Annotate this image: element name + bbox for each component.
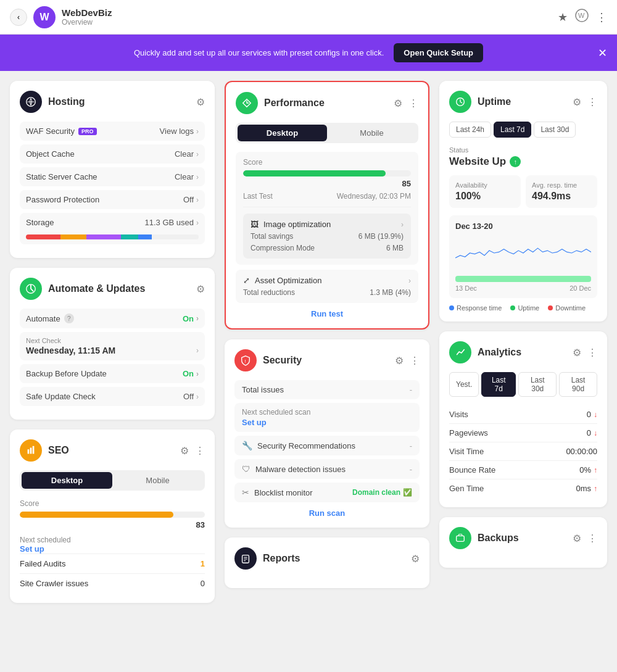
automate-label: Automate ? bbox=[26, 313, 74, 323]
analytics-gear-icon[interactable]: ⚙ bbox=[573, 347, 581, 359]
asset-opt-header: ⤢ Asset Optimization › bbox=[243, 276, 411, 285]
security-setup-link[interactable]: Set up bbox=[242, 418, 267, 427]
waf-chevron: › bbox=[196, 127, 199, 136]
waf-action[interactable]: View logs › bbox=[160, 127, 199, 136]
star-icon[interactable]: ★ bbox=[558, 10, 568, 24]
performance-header-right: ⚙ ⋮ bbox=[394, 97, 418, 109]
next-scan-label: Next scheduled scan bbox=[242, 408, 310, 417]
sec-reco-value: - bbox=[410, 441, 412, 450]
svg-rect-5 bbox=[30, 448, 32, 454]
seo-score-value: 83 bbox=[20, 520, 205, 529]
automate-gear-icon[interactable]: ⚙ bbox=[196, 283, 205, 295]
site-info: WebDevBiz Overview bbox=[62, 7, 112, 27]
gen-time-value: 0ms ↑ bbox=[576, 484, 597, 493]
back-button[interactable]: ‹ bbox=[10, 9, 27, 26]
seo-dots-icon[interactable]: ⋮ bbox=[195, 445, 205, 457]
backup-value[interactable]: On › bbox=[183, 369, 199, 378]
uptime-gear-icon[interactable]: ⚙ bbox=[573, 96, 581, 108]
asset-optimization-section: ⤢ Asset Optimization › Total reductions … bbox=[236, 270, 418, 303]
header-right: ★ W ⋮ bbox=[558, 9, 607, 25]
downtime-dot bbox=[548, 305, 553, 310]
banner-text: Quickly add and set up all our services … bbox=[134, 48, 384, 57]
automate-value[interactable]: On › bbox=[183, 314, 199, 323]
seo-mobile-tab[interactable]: Mobile bbox=[112, 472, 203, 489]
asset-opt-chevron[interactable]: › bbox=[408, 276, 411, 285]
open-quick-setup-button[interactable]: Open Quick Setup bbox=[394, 43, 483, 62]
wordpress-icon[interactable]: W bbox=[575, 9, 589, 25]
total-issues-value: - bbox=[410, 385, 412, 394]
run-test-button[interactable]: Run test bbox=[311, 309, 343, 318]
failed-audits-row: Failed Audits 1 bbox=[20, 554, 205, 573]
status-section: Status Website Up ↑ bbox=[449, 146, 597, 168]
image-opt-title: 🖼 Image optimization bbox=[251, 220, 331, 229]
perf-desktop-tab[interactable]: Desktop bbox=[238, 125, 327, 141]
chart-from-label: 13 Dec bbox=[455, 284, 477, 292]
performance-score-section: Score 85 Last Test Wednesday, 02:03 PM 🖼… bbox=[236, 152, 418, 265]
security-icon: ! bbox=[234, 349, 257, 371]
more-options-icon[interactable]: ⋮ bbox=[596, 10, 607, 24]
waf-label: WAF Security PRO bbox=[26, 127, 97, 136]
seo-card-header: SEO ⚙ ⋮ bbox=[20, 439, 205, 462]
last-test-row: Last Test Wednesday, 02:03 PM bbox=[243, 188, 411, 207]
safe-update-row: Safe Update Check Off › bbox=[20, 387, 205, 406]
object-cache-label: Object Cache bbox=[26, 149, 75, 159]
legend-downtime: Downtime bbox=[548, 304, 586, 312]
reports-gear-icon[interactable]: ⚙ bbox=[411, 553, 420, 565]
chart-to-label: 20 Dec bbox=[569, 284, 591, 292]
image-opt-header: 🖼 Image optimization › bbox=[251, 220, 404, 229]
storage-value[interactable]: 11.3 GB used › bbox=[145, 218, 199, 227]
perf-mobile-tab[interactable]: Mobile bbox=[327, 125, 416, 141]
seo-score-fill bbox=[20, 512, 173, 518]
next-check-chevron[interactable]: › bbox=[196, 346, 199, 355]
sec-recommendations-row: 🔧 Security Recommendations - bbox=[234, 436, 420, 455]
malware-label: Malware detection issues bbox=[255, 465, 346, 474]
backups-icon bbox=[449, 527, 471, 549]
password-value[interactable]: Off › bbox=[183, 195, 199, 204]
uptime-title-group: Uptime bbox=[449, 91, 511, 113]
security-gear-icon[interactable]: ⚙ bbox=[395, 355, 404, 367]
uptime-7d-tab[interactable]: Last 7d bbox=[494, 122, 531, 138]
analytics-30d-tab[interactable]: Last 30d bbox=[518, 372, 557, 397]
backups-dots-icon[interactable]: ⋮ bbox=[587, 533, 597, 544]
backups-card-header: Backups ⚙ ⋮ bbox=[449, 527, 597, 549]
performance-dots-icon[interactable]: ⋮ bbox=[408, 97, 418, 109]
seo-setup-link[interactable]: Set up bbox=[20, 544, 44, 554]
uptime-dots-icon[interactable]: ⋮ bbox=[587, 96, 597, 108]
next-check-value: Wednesday, 11:15 AM bbox=[26, 346, 115, 355]
storage-seg-5 bbox=[138, 234, 152, 239]
performance-gear-icon[interactable]: ⚙ bbox=[394, 97, 402, 109]
run-scan-button[interactable]: Run scan bbox=[309, 508, 346, 518]
status-up-icon: ↑ bbox=[510, 156, 521, 167]
pageviews-value: 0 ↓ bbox=[587, 428, 597, 438]
analytics-yest-tab[interactable]: Yest. bbox=[449, 372, 479, 397]
site-crawler-value: 0 bbox=[201, 579, 205, 588]
hosting-title-group: Hosting bbox=[20, 91, 85, 113]
backups-card: Backups ⚙ ⋮ bbox=[439, 517, 607, 568]
waf-security-row: WAF Security PRO View logs › bbox=[20, 122, 205, 141]
analytics-90d-tab[interactable]: Last 90d bbox=[559, 372, 597, 397]
automate-chevron: › bbox=[196, 314, 199, 323]
analytics-7d-tab[interactable]: Last 7d bbox=[481, 372, 516, 397]
uptime-card-header: Uptime ⚙ ⋮ bbox=[449, 91, 597, 113]
security-dots-icon[interactable]: ⋮ bbox=[410, 355, 420, 367]
automate-row: Automate ? On › bbox=[20, 309, 205, 328]
hosting-card: Hosting ⚙ WAF Security PRO View logs › O… bbox=[10, 81, 215, 258]
image-opt-chevron[interactable]: › bbox=[401, 220, 404, 229]
object-cache-action[interactable]: Clear › bbox=[175, 149, 199, 159]
seo-gear-icon[interactable]: ⚙ bbox=[180, 445, 189, 457]
analytics-dots-icon[interactable]: ⋮ bbox=[587, 347, 597, 359]
safe-update-value[interactable]: Off › bbox=[183, 392, 199, 401]
uptime-icon bbox=[449, 91, 471, 113]
backups-gear-icon[interactable]: ⚙ bbox=[573, 533, 581, 544]
seo-desktop-tab[interactable]: Desktop bbox=[22, 472, 112, 489]
banner-close-icon[interactable]: ✕ bbox=[598, 46, 607, 60]
static-cache-action[interactable]: Clear › bbox=[175, 172, 199, 181]
last-test-value: Wednesday, 02:03 PM bbox=[337, 192, 411, 201]
blocklist-label: Blocklist monitor bbox=[254, 488, 313, 497]
storage-row: Storage 11.3 GB used › bbox=[20, 213, 205, 244]
chart-labels: 13 Dec 20 Dec bbox=[455, 284, 591, 292]
hosting-gear-icon[interactable]: ⚙ bbox=[196, 96, 205, 108]
perf-score-bar bbox=[243, 170, 411, 176]
uptime-30d-tab[interactable]: Last 30d bbox=[534, 122, 576, 138]
uptime-24h-tab[interactable]: Last 24h bbox=[449, 122, 491, 138]
